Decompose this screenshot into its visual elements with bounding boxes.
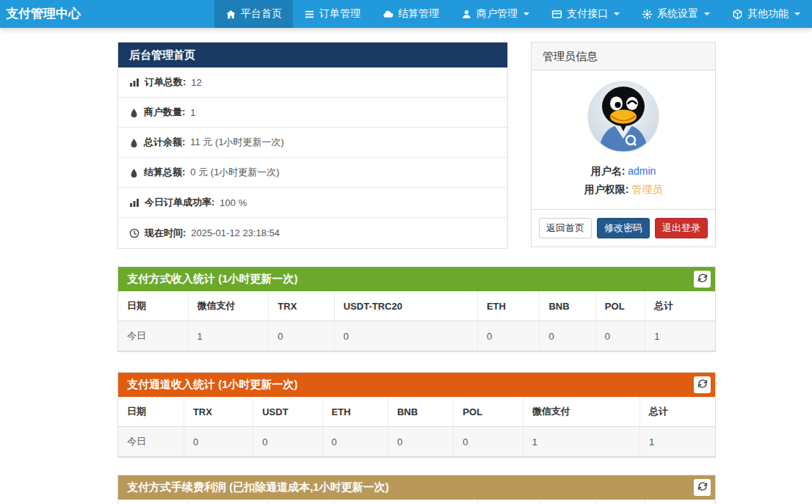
refresh-button[interactable] <box>694 376 711 393</box>
nav-item-home[interactable]: 平台首页 <box>214 0 293 28</box>
fee-profit-panel: 支付方式手续费利润 (已扣除通道成本,1小时更新一次) 日期 微信支付 TRX … <box>117 475 716 504</box>
nav-item-label: 其他功能 <box>747 7 789 21</box>
fee-profit-table: 日期 微信支付 TRX USDT-TRC20 ETH BNB POL 总计 <box>118 500 715 504</box>
stat-row-current-time: 现在时间: 2025-01-12 23:18:54 <box>118 218 507 248</box>
column-header: 总计 <box>645 500 715 504</box>
income-by-channel-title: 支付通道收入统计 (1小时更新一次) <box>127 378 298 392</box>
username-link[interactable]: admin <box>628 165 656 177</box>
column-header: POL <box>454 397 523 427</box>
column-header: 日期 <box>118 397 184 427</box>
table-cell: 0 <box>322 427 388 457</box>
table-cell: 0 <box>477 321 540 351</box>
column-header: 日期 <box>118 291 188 321</box>
back-home-button[interactable]: 返回首页 <box>539 218 592 238</box>
table-cell: 0 <box>454 427 523 457</box>
cloud-icon <box>383 9 394 20</box>
table-row: 今日 1 0 0 0 0 0 1 <box>118 321 715 351</box>
caret-down-icon <box>704 12 710 15</box>
nav-item-payment-api[interactable]: 支付接口 <box>540 0 631 28</box>
caret-down-icon <box>614 12 620 15</box>
column-header: POL <box>595 291 645 321</box>
stat-label: 结算总额: <box>144 166 185 179</box>
stat-value: 1 <box>190 107 195 118</box>
stat-value: 12 <box>191 77 201 88</box>
nav-item-label: 系统设置 <box>657 7 698 21</box>
stat-label: 今日订单成功率: <box>145 196 214 209</box>
column-header: USDT-TRC20 <box>334 291 477 321</box>
column-header: TRX <box>269 291 334 321</box>
column-header: BNB <box>540 291 595 321</box>
column-header: ETH <box>477 500 540 504</box>
refresh-button[interactable] <box>694 271 711 288</box>
top-navbar: 支付管理中心 平台首页 订单管理 结算管理 商户管理 支付接口 系统设置 <box>0 0 812 28</box>
table-cell: 1 <box>188 321 269 351</box>
table-row: 今日 0 0 0 0 0 1 1 <box>118 427 715 457</box>
username-row: 用户名: admin <box>539 162 708 180</box>
column-header: TRX <box>269 500 334 504</box>
page-content: 后台管理首页 订单总数: 12 商户数量: 1 总计余额: 11 元 (1小时更… <box>117 42 716 504</box>
column-header: TRX <box>184 397 253 427</box>
role-row: 用户权限: 管理员 <box>539 180 708 199</box>
stat-label: 商户数量: <box>144 106 185 119</box>
column-header: 总计 <box>640 397 716 427</box>
stat-row-total-orders: 订单总数: 12 <box>118 67 507 98</box>
avatar <box>587 80 660 156</box>
tint-icon <box>129 168 139 178</box>
tint-icon <box>129 138 139 147</box>
table-cell: 0 <box>334 321 477 351</box>
username-label: 用户名: <box>591 165 626 177</box>
nav-item-label: 支付接口 <box>567 7 608 21</box>
table-cell: 0 <box>540 321 595 351</box>
admin-info-panel: 管理员信息 <box>531 42 716 247</box>
table-header-row: 日期 TRX USDT ETH BNB POL 微信支付 总计 <box>118 397 715 427</box>
cube-icon <box>732 9 743 20</box>
income-by-method-panel: 支付方式收入统计 (1小时更新一次) 日期 微信支付 TRX USDT-TRC2… <box>117 266 716 352</box>
home-icon <box>225 9 236 20</box>
app-brand: 支付管理中心 <box>0 0 81 28</box>
logout-button[interactable]: 退出登录 <box>655 218 708 238</box>
dashboard-panel: 后台管理首页 订单总数: 12 商户数量: 1 总计余额: 11 元 (1小时更… <box>117 42 508 249</box>
nav-item-label: 结算管理 <box>398 7 439 21</box>
nav-item-system-settings[interactable]: 系统设置 <box>631 0 721 28</box>
stat-row-settlement-total: 结算总额: 0 元 (1小时更新一次) <box>118 158 507 188</box>
nav-item-label: 平台首页 <box>241 7 282 21</box>
tint-icon <box>129 108 139 117</box>
fee-profit-title: 支付方式手续费利润 (已扣除通道成本,1小时更新一次) <box>127 481 389 494</box>
refresh-icon <box>697 379 708 391</box>
stat-label: 总计余额: <box>144 136 185 149</box>
nav-item-settlement[interactable]: 结算管理 <box>371 0 450 28</box>
column-header: BNB <box>540 500 595 504</box>
caret-down-icon <box>523 12 529 15</box>
nav-item-merchants[interactable]: 商户管理 <box>450 0 540 28</box>
column-header: ETH <box>477 291 540 321</box>
stat-value: 100 % <box>220 197 247 208</box>
nav-item-other-functions[interactable]: 其他功能 <box>721 0 811 28</box>
admin-panel-title: 管理员信息 <box>532 43 715 70</box>
column-header: 总计 <box>645 291 715 321</box>
gear-icon <box>642 9 653 20</box>
bar-chart-icon <box>129 197 139 208</box>
table-cell: 0 <box>595 321 645 351</box>
nav-item-label: 商户管理 <box>476 7 518 21</box>
stat-value: 2025-01-12 23:18:54 <box>191 227 280 238</box>
nav-item-orders[interactable]: 订单管理 <box>293 0 371 28</box>
column-header: 微信支付 <box>188 500 269 504</box>
column-header: USDT <box>253 397 322 427</box>
list-icon <box>304 9 315 20</box>
refresh-button[interactable] <box>694 479 711 496</box>
nav-item-label: 订单管理 <box>319 7 360 21</box>
role-label: 用户权限: <box>584 183 629 195</box>
stat-row-success-rate: 今日订单成功率: 100 % <box>118 188 507 218</box>
column-header: 日期 <box>118 500 188 504</box>
table-cell: 1 <box>523 427 639 457</box>
table-cell: 今日 <box>118 427 184 457</box>
income-by-method-title: 支付方式收入统计 (1小时更新一次) <box>127 272 298 286</box>
role-badge: 管理员 <box>631 183 662 195</box>
table-cell: 0 <box>269 321 334 351</box>
income-by-channel-panel: 支付通道收入统计 (1小时更新一次) 日期 TRX USDT ETH BNB P… <box>117 372 716 458</box>
change-password-button[interactable]: 修改密码 <box>597 218 650 238</box>
refresh-icon <box>697 481 708 494</box>
column-header: BNB <box>388 397 453 427</box>
refresh-icon <box>697 273 708 285</box>
stat-row-merchant-count: 商户数量: 1 <box>118 98 507 128</box>
